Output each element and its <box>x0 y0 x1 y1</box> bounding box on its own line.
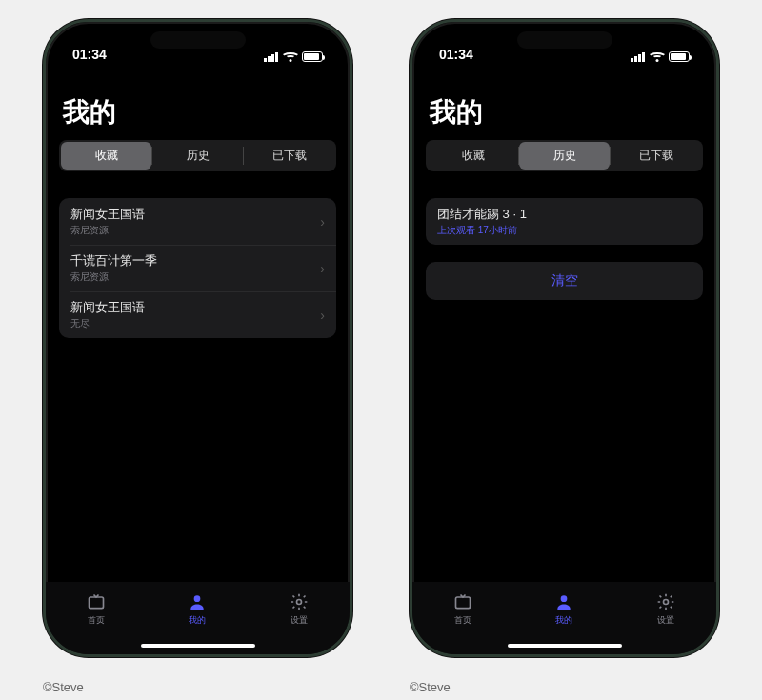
segment-downloaded[interactable]: 已下载 <box>244 142 334 170</box>
tab-label: 设置 <box>657 614 674 627</box>
item-subtitle: 索尼资源 <box>70 224 145 237</box>
svg-rect-0 <box>90 597 104 609</box>
phone-left: 01:34 我的 收藏 历史 已下载 新闻女王国语 索尼资源 › <box>43 19 352 657</box>
list-item[interactable]: 新闻女王国语 索尼资源 › <box>59 198 336 245</box>
segment-control: 收藏 历史 已下载 <box>59 140 336 171</box>
tab-label: 我的 <box>555 614 572 627</box>
item-subtitle: 无尽 <box>70 317 145 330</box>
content: 我的 收藏 历史 已下载 团结才能踢 3 · 1 上次观看 17小时前 清空 <box>412 66 716 582</box>
item-title: 新闻女王国语 <box>70 206 145 223</box>
segment-history[interactable]: 历史 <box>152 142 243 170</box>
battery-icon <box>669 51 690 62</box>
cellular-icon <box>264 52 278 62</box>
svg-rect-3 <box>456 597 471 609</box>
favorites-list: 新闻女王国语 索尼资源 › 千谎百计第一季 索尼资源 › 新闻女王国语 无尽 › <box>59 198 336 338</box>
item-title: 团结才能踢 3 · 1 <box>437 206 527 223</box>
segment-favorites[interactable]: 收藏 <box>61 142 151 170</box>
chevron-right-icon: › <box>320 214 325 230</box>
home-icon <box>452 591 473 612</box>
segment-history[interactable]: 历史 <box>519 142 610 170</box>
tab-mine[interactable]: 我的 <box>553 591 574 627</box>
gear-icon <box>655 591 676 612</box>
person-icon <box>553 591 574 612</box>
item-title: 新闻女王国语 <box>70 299 145 316</box>
tab-label: 我的 <box>189 614 206 627</box>
cellular-icon <box>631 52 645 62</box>
tab-settings[interactable]: 设置 <box>655 591 676 627</box>
phone-right: 01:34 我的 收藏 历史 已下载 团结才能踢 3 · 1 上次观看 17小时… <box>410 19 719 657</box>
page-title: 我的 <box>63 94 336 130</box>
history-list: 团结才能踢 3 · 1 上次观看 17小时前 <box>426 198 703 245</box>
gear-icon <box>289 591 310 612</box>
tab-home[interactable]: 首页 <box>452 591 473 627</box>
list-item[interactable]: 千谎百计第一季 索尼资源 › <box>59 245 336 291</box>
tab-settings[interactable]: 设置 <box>289 591 310 627</box>
svg-point-2 <box>296 600 301 605</box>
tab-label: 设置 <box>291 614 308 627</box>
tab-label: 首页 <box>88 614 105 627</box>
home-indicator <box>508 644 622 648</box>
chevron-right-icon: › <box>320 261 325 276</box>
segment-downloaded[interactable]: 已下载 <box>611 142 701 170</box>
tab-label: 首页 <box>454 614 471 627</box>
svg-point-1 <box>194 595 201 602</box>
tab-home[interactable]: 首页 <box>86 591 107 627</box>
svg-point-5 <box>663 600 668 605</box>
svg-point-4 <box>561 595 568 602</box>
page-title: 我的 <box>430 94 703 130</box>
watermark: ©Steve <box>43 680 84 694</box>
segment-control: 收藏 历史 已下载 <box>426 140 703 171</box>
notch <box>517 31 612 49</box>
tabbar: 首页 我的 设置 <box>46 582 350 654</box>
watermark: ©Steve <box>410 680 451 694</box>
battery-icon <box>302 51 323 62</box>
person-icon <box>187 591 208 612</box>
wifi-icon <box>650 51 664 62</box>
clear-button[interactable]: 清空 <box>426 262 703 300</box>
list-item[interactable]: 团结才能踢 3 · 1 上次观看 17小时前 <box>426 198 703 245</box>
list-item[interactable]: 新闻女王国语 无尽 › <box>59 291 336 338</box>
home-indicator <box>141 644 255 648</box>
wifi-icon <box>283 51 297 62</box>
content: 我的 收藏 历史 已下载 新闻女王国语 索尼资源 › 千谎百计第一季 索尼资源 <box>46 66 350 582</box>
notch <box>150 31 246 49</box>
item-subtitle: 索尼资源 <box>70 270 157 284</box>
item-subtitle: 上次观看 17小时前 <box>437 224 527 237</box>
chevron-right-icon: › <box>320 308 325 323</box>
home-icon <box>86 591 107 612</box>
status-time: 01:34 <box>439 47 473 62</box>
status-time: 01:34 <box>72 47 107 62</box>
tabbar: 首页 我的 设置 <box>412 582 716 654</box>
item-title: 千谎百计第一季 <box>70 252 157 270</box>
tab-mine[interactable]: 我的 <box>187 591 208 627</box>
segment-favorites[interactable]: 收藏 <box>428 142 518 170</box>
